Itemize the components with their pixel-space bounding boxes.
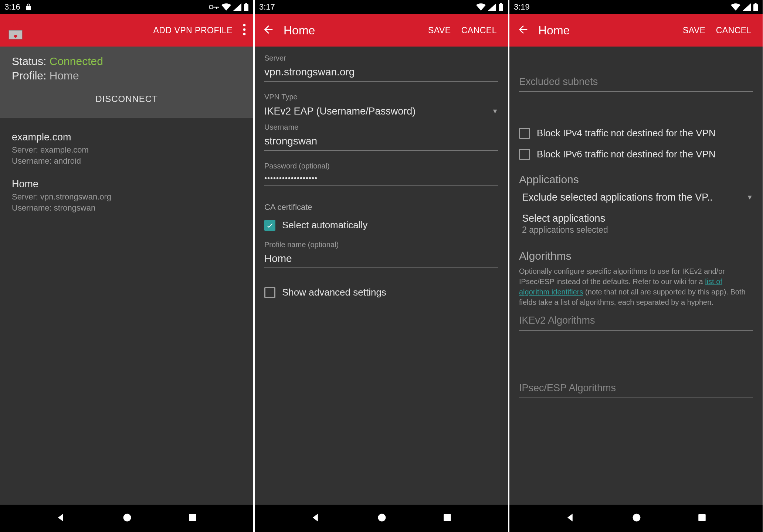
- nav-recent-button[interactable]: [188, 513, 197, 524]
- connection-status-panel: Status: Connected Profile: Home DISCONNE…: [0, 47, 253, 117]
- app-logo-icon: [6, 21, 25, 40]
- disconnect-button[interactable]: DISCONNECT: [12, 83, 241, 115]
- svg-rect-6: [9, 30, 22, 39]
- svg-point-8: [243, 28, 246, 31]
- profile-label: Profile:: [12, 69, 46, 82]
- show-advanced-checkbox-row[interactable]: Show advanced settings: [264, 284, 498, 300]
- server-input[interactable]: vpn.strongswan.org: [264, 65, 498, 82]
- status-bar: 3:16: [0, 0, 253, 14]
- profile-item[interactable]: Home Server: vpn.strongswan.org Username…: [0, 173, 253, 220]
- status-value: Connected: [50, 55, 103, 67]
- svg-rect-11: [189, 514, 197, 521]
- clock: 3:17: [259, 2, 275, 12]
- save-button[interactable]: SAVE: [423, 25, 456, 35]
- advanced-form: Excluded subnets Block IPv4 traffic not …: [509, 47, 763, 505]
- chevron-down-icon: ▼: [492, 108, 498, 115]
- ikev2-algorithms-input[interactable]: IKEv2 Algorithms: [519, 315, 753, 331]
- nav-home-button[interactable]: [122, 512, 132, 524]
- svg-rect-1: [213, 7, 218, 8]
- clock: 3:16: [4, 2, 20, 12]
- add-vpn-profile-button[interactable]: ADD VPN PROFILE: [148, 25, 238, 35]
- svg-rect-17: [755, 3, 757, 4]
- svg-point-18: [633, 514, 640, 522]
- excluded-subnets-input[interactable]: Excluded subnets: [519, 76, 753, 92]
- vpn-type-dropdown[interactable]: IKEv2 EAP (Username/Password) ▼: [264, 103, 498, 119]
- signal-icon: [233, 3, 241, 11]
- battery-icon: [498, 3, 503, 11]
- save-button[interactable]: SAVE: [678, 25, 711, 35]
- password-input[interactable]: ••••••••••••••••••: [264, 173, 498, 186]
- checkbox-unchecked-icon: [519, 128, 530, 139]
- select-applications-button[interactable]: Select applications 2 applications selec…: [519, 211, 753, 242]
- svg-rect-12: [499, 4, 503, 11]
- profile-item[interactable]: example.com Server: example.com Username…: [0, 126, 253, 173]
- algorithms-section-title: Algorithms: [519, 250, 753, 262]
- profile-name-input[interactable]: Home: [264, 251, 498, 268]
- app-bar: Home SAVE CANCEL: [509, 14, 763, 47]
- battery-icon: [753, 3, 758, 11]
- page-title: Home: [284, 24, 315, 37]
- checkbox-unchecked-icon: [519, 149, 530, 160]
- vpn-key-icon: [209, 4, 219, 10]
- svg-point-0: [209, 5, 213, 9]
- profile-name: Home: [12, 178, 241, 190]
- username-input[interactable]: strongswan: [264, 134, 498, 151]
- profile-value: Home: [50, 69, 79, 82]
- cancel-button[interactable]: CANCEL: [711, 25, 757, 35]
- block-ipv6-checkbox-row[interactable]: Block IPv6 traffic not destined for the …: [519, 146, 753, 162]
- nav-bar: [255, 505, 508, 532]
- svg-rect-5: [245, 3, 247, 4]
- nav-bar: [509, 505, 763, 532]
- nav-bar: [0, 505, 253, 532]
- server-label: Server: [264, 54, 498, 62]
- ca-auto-checkbox-row[interactable]: Select automatically: [264, 217, 498, 233]
- wifi-icon: [221, 3, 231, 11]
- profile-name: example.com: [12, 132, 241, 143]
- profile-form: Server vpn.strongswan.org VPN Type IKEv2…: [255, 47, 508, 505]
- nav-back-button[interactable]: [311, 512, 321, 524]
- svg-rect-16: [753, 4, 758, 11]
- signal-icon: [743, 3, 751, 11]
- wifi-icon: [731, 3, 740, 11]
- nav-back-button[interactable]: [565, 512, 576, 524]
- svg-point-14: [378, 514, 386, 522]
- svg-rect-2: [216, 7, 217, 9]
- overflow-menu-button[interactable]: [238, 21, 247, 39]
- cancel-button[interactable]: CANCEL: [456, 25, 502, 35]
- applications-section-title: Applications: [519, 173, 753, 186]
- svg-rect-4: [244, 4, 248, 11]
- svg-rect-19: [699, 514, 706, 521]
- nav-recent-button[interactable]: [697, 513, 707, 524]
- checkbox-checked-icon: [264, 220, 275, 231]
- nav-home-button[interactable]: [377, 512, 387, 524]
- algorithms-help-text: Optionally configure specific algorithms…: [519, 266, 753, 307]
- back-button[interactable]: [515, 22, 531, 39]
- svg-point-7: [243, 24, 246, 27]
- chevron-down-icon: ▼: [746, 194, 753, 201]
- ca-cert-label: CA certificate: [264, 202, 498, 212]
- svg-point-10: [123, 514, 131, 522]
- signal-icon: [488, 3, 496, 11]
- screen-main: 3:16 ADD VPN PROFILE: [0, 0, 253, 532]
- nav-recent-button[interactable]: [442, 513, 452, 524]
- svg-point-9: [243, 33, 246, 35]
- back-button[interactable]: [261, 22, 276, 39]
- password-label: Password (optional): [264, 162, 498, 170]
- svg-rect-13: [500, 3, 502, 4]
- screen-edit-profile: 3:17 Home SAVE CANCEL Server vpn.strongs…: [255, 0, 508, 532]
- nav-home-button[interactable]: [631, 512, 642, 524]
- app-bar: Home SAVE CANCEL: [255, 14, 508, 47]
- status-bar: 3:17: [255, 0, 508, 14]
- ipsec-algorithms-input[interactable]: IPsec/ESP Algorithms: [519, 382, 753, 398]
- svg-rect-3: [218, 7, 219, 8]
- block-ipv4-checkbox-row[interactable]: Block IPv4 traffic not destined for the …: [519, 125, 753, 141]
- lock-icon: [25, 3, 32, 11]
- app-bar: ADD VPN PROFILE: [0, 14, 253, 47]
- profile-name-label: Profile name (optional): [264, 241, 498, 249]
- application-mode-dropdown[interactable]: Exclude selected applications from the V…: [519, 190, 753, 205]
- clock: 3:19: [514, 2, 530, 12]
- profile-list: example.com Server: example.com Username…: [0, 117, 253, 220]
- screen-advanced-settings: 3:19 Home SAVE CANCEL Excluded subnets B…: [509, 0, 763, 532]
- vpn-type-label: VPN Type: [264, 93, 498, 101]
- nav-back-button[interactable]: [56, 512, 66, 524]
